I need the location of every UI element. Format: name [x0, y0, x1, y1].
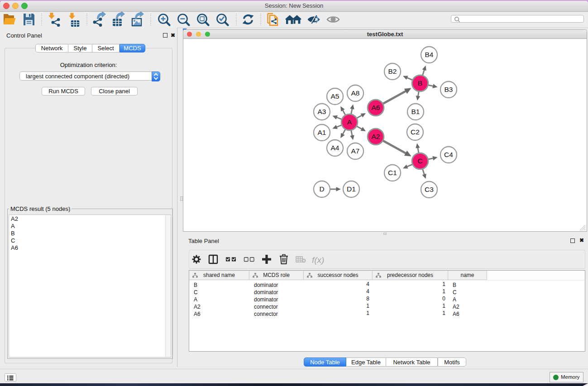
- svg-text:B3: B3: [445, 86, 453, 93]
- svg-text:C3: C3: [425, 186, 434, 193]
- svg-text:C2: C2: [411, 128, 420, 136]
- svg-text:B: B: [418, 79, 422, 87]
- svg-text:f(x): f(x): [312, 255, 324, 265]
- svg-text:C: C: [417, 157, 422, 165]
- svg-text:A5: A5: [331, 92, 339, 100]
- svg-text:A6: A6: [372, 104, 380, 111]
- svg-text:D1: D1: [347, 185, 356, 193]
- svg-text:C1: C1: [388, 169, 397, 176]
- svg-text:A: A: [347, 118, 352, 126]
- svg-text:A4: A4: [331, 144, 339, 152]
- svg-text:A7: A7: [351, 147, 360, 155]
- svg-text:A3: A3: [318, 108, 326, 115]
- svg-text:A2: A2: [372, 133, 380, 140]
- svg-text:D: D: [319, 185, 324, 193]
- svg-text:A1: A1: [318, 129, 326, 136]
- svg-text:B4: B4: [425, 51, 434, 58]
- svg-text:C4: C4: [444, 151, 453, 158]
- svg-text:B1: B1: [411, 108, 420, 115]
- svg-text:A8: A8: [351, 89, 360, 97]
- svg-text:B2: B2: [388, 67, 397, 75]
